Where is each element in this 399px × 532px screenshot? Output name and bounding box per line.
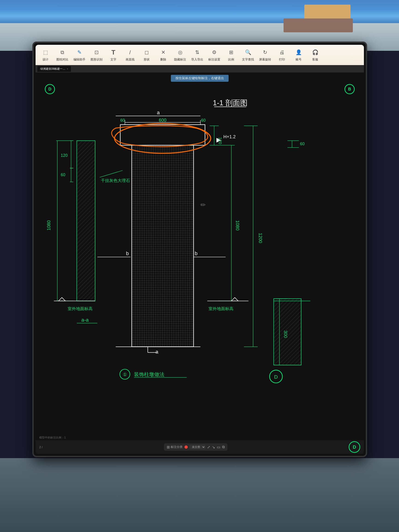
room-background-bottom [0, 458, 399, 532]
anno-classify-label: 标注分类 [171, 445, 183, 449]
svg-marker-34 [58, 298, 65, 301]
dim-120-left: 120 [61, 153, 68, 158]
print-label: 打印 [279, 57, 285, 62]
ground-right: 室外地面标高 [209, 306, 234, 311]
bottom-right-d-circle: D [349, 441, 360, 453]
section-label-a-bottom: a [156, 349, 159, 355]
dim-1200: 1200 [258, 233, 263, 243]
annotation-settings-label: 标注设置 [208, 57, 220, 62]
toolbar-scale[interactable]: ⊞ 比例 [223, 47, 239, 63]
svg-rect-10 [132, 145, 194, 347]
svg-marker-36 [231, 298, 238, 301]
toolbar-annotation-settings[interactable]: ⚙ 标注设置 [206, 47, 223, 63]
text-search-label: 文字查找 [242, 57, 254, 62]
ocr-label: 图形识别 [90, 57, 102, 62]
toolbar-account[interactable]: 👤 账号 [291, 47, 307, 63]
design-icon: ⬚ [41, 48, 50, 57]
account-label: 账号 [296, 57, 302, 62]
status-bar: 2 / ⊞ 标注分类 未分类 ⤢ ↘ ▭ ⧉ D [36, 440, 364, 454]
tab-label: 绿洲建筑08栋建一… [40, 67, 65, 71]
account-icon: 👤 [294, 48, 303, 57]
dim-600: 600 [159, 118, 166, 123]
toolbar-design[interactable]: ⬚ 设计 [38, 47, 54, 63]
import-export-label: 导入导出 [191, 57, 203, 62]
hide-annotation-icon: ◎ [176, 48, 184, 57]
dim-120-top: 120 [218, 137, 222, 144]
import-export-icon: ⇅ [193, 48, 201, 57]
tab-close[interactable]: × [67, 68, 68, 70]
section-label-a-top: a [157, 110, 160, 115]
edit-icon: ✏ [200, 201, 206, 209]
shelf [284, 19, 353, 32]
ground-left: 室外地面标高 [68, 306, 93, 311]
dim-1080-right: 1080 [235, 220, 240, 230]
material-label: 干挂灰色大理石 [101, 178, 130, 183]
page-number: 2 / [39, 445, 43, 449]
tab-bar: 绿洲建筑08栋建一… × [36, 65, 364, 72]
section-b-right: b [195, 251, 197, 256]
toolbar-editor[interactable]: ✎ 编辑助手 [71, 47, 88, 63]
text-icon: T [109, 48, 118, 57]
annotation-toolbar[interactable]: ⊞ 标注分类 未分类 ⤢ ↘ ▭ ⧉ [164, 443, 228, 451]
dim-H12: H+1.2 [223, 134, 235, 139]
scale-icon: ⊞ [227, 48, 235, 57]
cad-canvas[interactable]: 按住鼠标左键绘制标注，右键退出 D B 1-1 剖面图 a [36, 72, 364, 440]
drawing-title: 1-1 剖面图 [213, 99, 248, 107]
dim-60-br: 60 [300, 142, 304, 146]
anno-color-dot [184, 445, 188, 449]
compare-icon: ⧉ [58, 48, 66, 57]
toolbar-service[interactable]: 🎧 客服 [307, 47, 323, 63]
design-label: 设计 [43, 57, 49, 62]
dim-60-right: 60 [201, 118, 206, 123]
anno-category-select[interactable]: 未分类 [190, 445, 205, 449]
anno-share-icon[interactable]: ⤢ [207, 445, 210, 449]
svg-rect-50 [274, 298, 301, 365]
main-toolbar: ⬚ 设计 ⧉ 图纸对比 ✎ 编辑助手 ⊡ 图形识别 T 文字 / 画直线 [36, 45, 364, 65]
toolbar-text-search[interactable]: 🔍 文字查找 [240, 47, 256, 63]
toolbar-print[interactable]: 🖨 打印 [274, 47, 290, 63]
shape-label: 形状 [144, 57, 150, 62]
screen-rotate-icon: ↻ [261, 48, 269, 57]
cad-drawing-svg: 1-1 剖面图 a 60 600 60 [36, 72, 364, 440]
delete-icon: ✕ [159, 48, 167, 57]
anno-arrow-icon[interactable]: ↘ [212, 445, 215, 449]
service-label: 客服 [312, 57, 318, 62]
text-label: 文字 [110, 57, 116, 62]
toolbar-shape[interactable]: ◻ 形状 [139, 47, 155, 63]
toolbar-hide-annotation[interactable]: ◎ 隐藏标注 [172, 47, 188, 63]
anno-classify: ⊞ 标注分类 [167, 445, 183, 449]
service-icon: 🎧 [311, 48, 319, 57]
section-b-left: b [126, 251, 129, 256]
toolbar-compare[interactable]: ⧉ 图纸对比 [54, 47, 71, 63]
corner-d-bottom: D [274, 374, 278, 380]
toolbar-line[interactable]: / 画直线 [122, 47, 138, 63]
toolbar-delete[interactable]: ✕ 删除 [155, 47, 171, 63]
tab-main[interactable]: 绿洲建筑08栋建一… × [38, 66, 71, 72]
dim-60-left: 60 [120, 118, 125, 123]
monitor-screen: ⬚ 设计 ⧉ 图纸对比 ✎ 编辑助手 ⊡ 图形识别 T 文字 / 画直线 [36, 45, 364, 454]
scale-info: 模型中的标注比例：1 [39, 436, 66, 440]
text-search-icon: 🔍 [244, 48, 252, 57]
dim-1080-left: 1080 [46, 220, 51, 230]
shape-icon: ◻ [142, 48, 151, 57]
scale-label: 比例 [228, 57, 234, 62]
detail-label: 装饰柱墩做法 [134, 372, 165, 377]
anno-copy-icon[interactable]: ⧉ [222, 445, 225, 449]
ocr-icon: ⊡ [92, 48, 101, 57]
annotation-settings-icon: ⚙ [210, 48, 218, 57]
dim-60-side: 60 [61, 172, 65, 177]
screen-rotate-label: 屏幕旋转 [259, 57, 271, 62]
line-label: 画直线 [126, 57, 135, 62]
toolbar-text[interactable]: T 文字 [105, 47, 121, 63]
editor-label: 编辑助手 [73, 57, 85, 62]
delete-label: 删除 [160, 57, 166, 62]
toolbar-import-export[interactable]: ⇅ 导入导出 [189, 47, 205, 63]
section-aa-label: a-a [81, 317, 89, 323]
svg-rect-9 [77, 141, 95, 301]
anno-box-icon[interactable]: ▭ [217, 445, 220, 449]
toolbar-screen-rotate[interactable]: ↻ 屏幕旋转 [257, 47, 273, 63]
editor-icon: ✎ [75, 48, 84, 57]
compare-label: 图纸对比 [56, 57, 68, 62]
svg-line-37 [100, 171, 123, 177]
toolbar-ocr[interactable]: ⊡ 图形识别 [88, 47, 105, 63]
